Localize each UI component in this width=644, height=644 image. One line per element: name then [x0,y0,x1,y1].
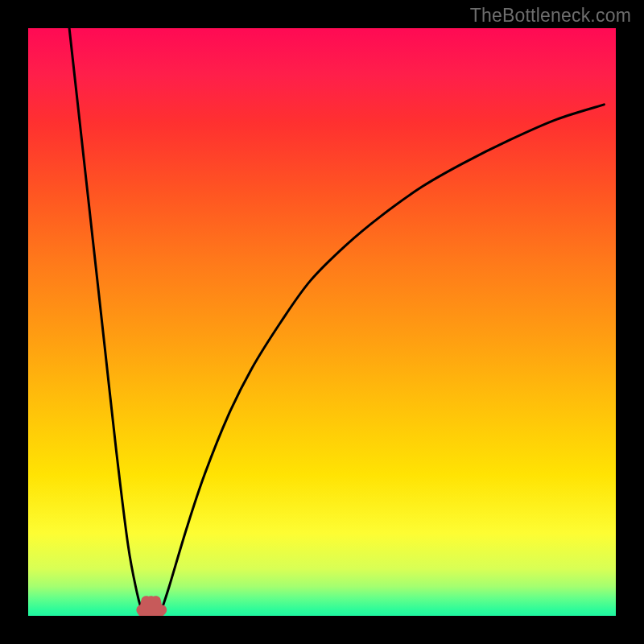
watermark-label: TheBottleneck.com [470,5,631,27]
bottleneck-curve [28,28,616,616]
curve-group [69,28,604,613]
curve-left-branch [69,28,142,610]
curve-valley-marker [142,601,162,613]
plot-area [28,28,616,616]
chart-frame: TheBottleneck.com [0,0,644,644]
curve-right-branch [162,105,605,610]
